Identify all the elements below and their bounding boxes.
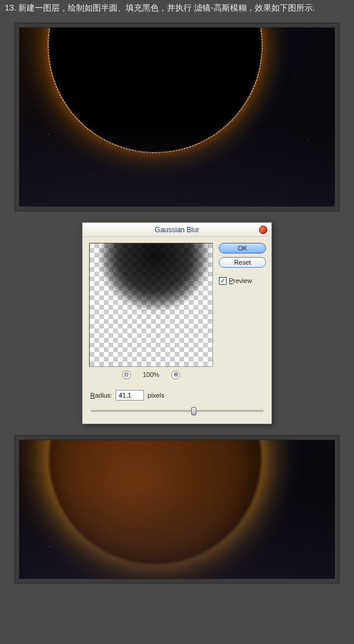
image-canvas-1	[19, 27, 335, 207]
gaussian-blur-dialog: Gaussian Blur ⊖ 100% ⊕ OK Reset ✓ Previe…	[82, 222, 272, 424]
dialog-title-text: Gaussian Blur	[155, 226, 199, 234]
zoom-controls: ⊖ 100% ⊕	[89, 367, 213, 383]
slider-track	[90, 410, 264, 412]
step-number: 13.	[5, 3, 16, 12]
step-instruction: 13. 新建一图层，绘制如图半圆、填充黑色，并执行 滤镜-高斯模糊，效果如下图所…	[0, 0, 354, 17]
buttons-section: OK Reset ✓ Preview	[219, 243, 266, 383]
result-image-before	[14, 22, 340, 212]
dialog-body: ⊖ 100% ⊕ OK Reset ✓ Preview	[83, 237, 271, 386]
preview-label: Preview	[229, 277, 252, 284]
dialog-titlebar: Gaussian Blur	[83, 223, 271, 237]
preview-content	[101, 243, 208, 308]
preview-checkbox[interactable]: ✓	[219, 277, 227, 285]
haze-2	[19, 490, 335, 578]
close-icon[interactable]	[259, 226, 267, 234]
radius-slider[interactable]	[90, 406, 264, 415]
reset-button[interactable]: Reset	[219, 257, 266, 268]
preview-canvas[interactable]	[89, 243, 213, 367]
radius-section: Radius: pixels	[83, 386, 271, 423]
radius-label: Radius:	[90, 392, 112, 399]
preview-section: ⊖ 100% ⊕	[89, 243, 213, 383]
preview-checkbox-row[interactable]: ✓ Preview	[219, 277, 266, 285]
zoom-out-button[interactable]: ⊖	[122, 370, 131, 379]
ok-button[interactable]: OK	[219, 243, 266, 253]
zoom-level-label: 100%	[143, 371, 159, 378]
zoom-in-button[interactable]: ⊕	[171, 370, 180, 379]
image-canvas-2	[19, 440, 335, 579]
radius-row: Radius: pixels	[90, 390, 264, 401]
result-image-after	[14, 435, 340, 584]
slider-thumb[interactable]	[191, 407, 196, 415]
instruction-text: 新建一图层，绘制如图半圆、填充黑色，并执行 滤镜-高斯模糊，效果如下图所示.	[18, 3, 314, 12]
haze	[19, 118, 335, 206]
radius-unit: pixels	[148, 392, 164, 399]
radius-input[interactable]	[116, 390, 144, 401]
